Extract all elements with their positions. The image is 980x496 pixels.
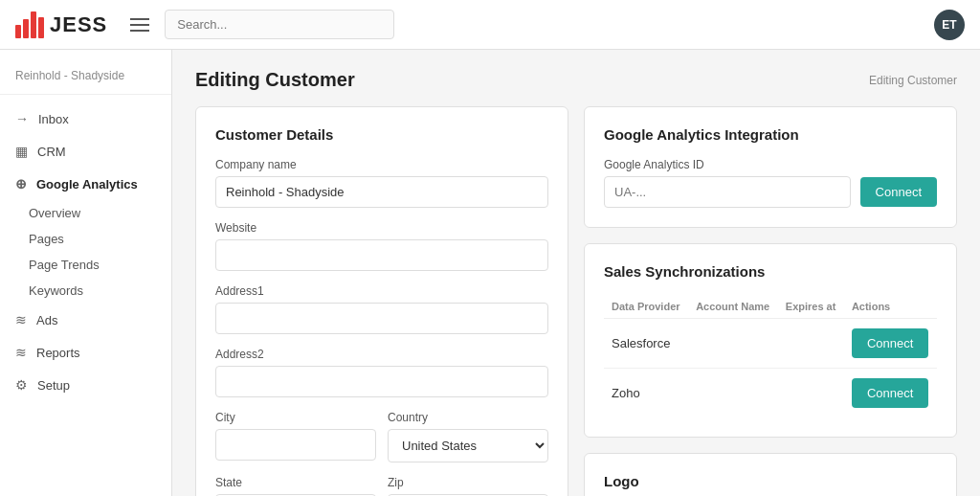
breadcrumb: Editing Customer (869, 74, 957, 87)
zoho-connect-button[interactable]: Connect (852, 378, 928, 408)
sidebar-item-label: CRM (37, 145, 66, 159)
customer-details-title: Customer Details (215, 126, 548, 143)
crm-icon: ▦ (15, 144, 28, 159)
address2-input[interactable] (215, 366, 548, 397)
company-name-group: Company name (215, 158, 548, 208)
salesforce-connect-button[interactable]: Connect (852, 328, 928, 358)
customer-details-card: Customer Details Company name Website Ad… (195, 106, 568, 496)
zoho-action: Connect (844, 369, 937, 418)
logo-card: Logo (584, 453, 957, 496)
state-label: State (215, 476, 376, 489)
sidebar-item-label: Ads (36, 313, 57, 327)
content-grid: Customer Details Company name Website Ad… (195, 106, 957, 496)
salesforce-account (688, 319, 778, 369)
address2-label: Address2 (215, 348, 548, 361)
main-layout: Reinhold - Shadyside → Inbox ▦ CRM ⊕ Goo… (0, 50, 980, 496)
sales-sync-title: Sales Synchronizations (604, 263, 937, 280)
logo-bar-1 (15, 25, 21, 38)
sidebar-customer-label: Reinhold - Shadyside (0, 61, 171, 95)
city-group: City (215, 411, 376, 462)
ga-connect-button[interactable]: Connect (860, 177, 937, 207)
hamburger-menu[interactable] (130, 18, 149, 32)
sales-table-head: Data Provider Account Name Expires at Ac… (604, 295, 937, 319)
sales-sync-table: Data Provider Account Name Expires at Ac… (604, 295, 937, 417)
state-zip-row: State Zip (215, 476, 548, 496)
country-select[interactable]: United States Canada United Kingdom (388, 429, 548, 462)
city-input[interactable] (215, 429, 376, 461)
logo-bar-2 (23, 19, 29, 38)
topbar-right: ET (934, 10, 965, 40)
reports-icon: ≋ (15, 345, 27, 360)
address2-group: Address2 (215, 348, 548, 397)
table-row: Zoho Connect (604, 369, 937, 418)
topbar: JESS ET (0, 0, 980, 50)
logo-card-title: Logo (604, 473, 937, 489)
state-group: State (215, 476, 376, 496)
table-row: Salesforce Connect (604, 319, 937, 369)
logo-bar-4 (38, 17, 44, 38)
company-name-label: Company name (215, 158, 548, 171)
sales-sync-card: Sales Synchronizations Data Provider Acc… (584, 243, 957, 438)
sidebar-item-label: Google Analytics (36, 177, 138, 192)
salesforce-action: Connect (844, 319, 937, 369)
logo-icon (15, 11, 44, 38)
ga-id-row: Connect (604, 176, 937, 208)
sidebar-item-google-analytics[interactable]: ⊕ Google Analytics (0, 168, 171, 200)
content-area: Editing Customer Editing Customer Custom… (172, 50, 980, 496)
address1-label: Address1 (215, 284, 548, 298)
website-group: Website (215, 221, 548, 271)
ga-id-input[interactable] (604, 176, 851, 208)
address1-group: Address1 (215, 284, 548, 334)
sidebar-item-crm[interactable]: ▦ CRM (0, 135, 171, 168)
sidebar-item-label: Inbox (38, 112, 69, 126)
sidebar-sub-pages[interactable]: Pages (0, 226, 171, 252)
setup-icon: ⚙ (15, 377, 28, 393)
col-account-name: Account Name (688, 295, 778, 319)
salesforce-expires (778, 319, 844, 369)
google-analytics-card-title: Google Analytics Integration (604, 126, 937, 143)
ga-id-label: Google Analytics ID (604, 158, 937, 171)
google-analytics-card: Google Analytics Integration Google Anal… (584, 106, 957, 228)
website-input[interactable] (215, 239, 548, 271)
sidebar-item-label: Reports (36, 346, 80, 360)
sales-table-header-row: Data Provider Account Name Expires at Ac… (604, 295, 937, 319)
col-expires-at: Expires at (778, 295, 844, 319)
col-actions: Actions (844, 295, 937, 319)
zip-label: Zip (388, 476, 548, 489)
search-input[interactable] (165, 10, 394, 39)
google-analytics-icon: ⊕ (15, 176, 27, 192)
logo-bar-3 (31, 11, 36, 38)
page-header: Editing Customer Editing Customer (195, 69, 957, 91)
zoho-account (688, 369, 778, 418)
sidebar-sub-page-trends[interactable]: Page Trends (0, 252, 171, 278)
sidebar-item-label: Setup (37, 378, 70, 393)
website-label: Website (215, 221, 548, 235)
sidebar: Reinhold - Shadyside → Inbox ▦ CRM ⊕ Goo… (0, 50, 172, 496)
sidebar-item-inbox[interactable]: → Inbox (0, 102, 171, 135)
sidebar-sub-keywords[interactable]: Keywords (0, 278, 171, 304)
ads-icon: ≋ (15, 312, 27, 327)
logo: JESS (15, 11, 107, 38)
right-column: Google Analytics Integration Google Anal… (584, 106, 957, 496)
country-label: Country (388, 411, 548, 424)
city-country-row: City Country United States Canada United… (215, 411, 548, 476)
search-box (165, 10, 394, 39)
user-avatar[interactable]: ET (934, 10, 965, 40)
salesforce-provider: Salesforce (604, 319, 688, 369)
sales-table-body: Salesforce Connect Zoho (604, 319, 937, 418)
inbox-icon: → (15, 111, 29, 126)
zoho-provider: Zoho (604, 369, 688, 418)
sidebar-item-setup[interactable]: ⚙ Setup (0, 369, 171, 401)
zoho-expires (778, 369, 844, 418)
logo-text: JESS (50, 12, 107, 37)
country-group: Country United States Canada United King… (388, 411, 548, 462)
company-name-input[interactable] (215, 176, 548, 208)
city-label: City (215, 411, 376, 424)
address1-input[interactable] (215, 303, 548, 334)
sidebar-sub-overview[interactable]: Overview (0, 200, 171, 226)
page-title: Editing Customer (195, 69, 355, 91)
sidebar-item-ads[interactable]: ≋ Ads (0, 304, 171, 336)
sidebar-item-reports[interactable]: ≋ Reports (0, 336, 171, 369)
zip-group: Zip (388, 476, 548, 496)
col-data-provider: Data Provider (604, 295, 688, 319)
